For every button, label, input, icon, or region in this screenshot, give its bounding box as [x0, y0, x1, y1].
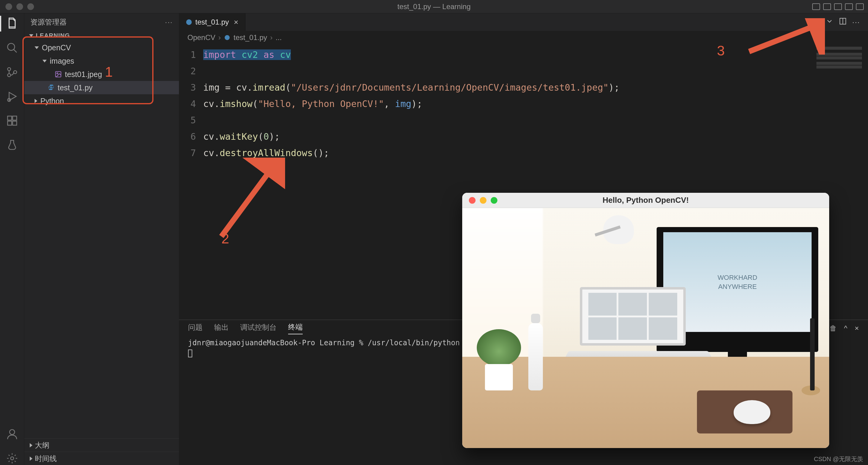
- line-number: 6: [179, 129, 196, 145]
- panel-actions: 🗑 ^ ×: [830, 324, 859, 333]
- svg-line-1: [14, 49, 17, 53]
- line-number: 2: [179, 63, 196, 79]
- image-file-icon: [55, 71, 62, 78]
- panel-tab-problems[interactable]: 问题: [188, 323, 203, 334]
- tok: cv: [236, 82, 247, 93]
- opencv-output-window[interactable]: Hello, Python OpenCV! WORKHARD ANYWHERE: [462, 193, 829, 448]
- traffic-max[interactable]: [491, 197, 497, 204]
- line-number: 3: [179, 79, 196, 96]
- svg-point-12: [11, 457, 14, 460]
- svg-rect-9: [8, 121, 11, 125]
- tok: cv: [203, 131, 214, 142]
- tok: cv: [203, 99, 214, 109]
- folder-opencv[interactable]: OpenCV: [24, 41, 179, 54]
- breadcrumb[interactable]: OpenCV › test_01.py › ...: [179, 31, 868, 44]
- watermark: CSDN @无限无羡: [814, 455, 863, 463]
- account-icon[interactable]: [5, 427, 19, 441]
- explorer-sidebar: 资源管理器 ··· LEARNING OpenCV images test01: [24, 13, 179, 465]
- timeline-section[interactable]: 时间线: [24, 452, 179, 465]
- editor-tabs: test_01.py × ···: [179, 13, 868, 31]
- testing-icon[interactable]: [5, 138, 19, 152]
- layout-icon[interactable]: [845, 3, 853, 10]
- editor-actions: ···: [812, 13, 868, 31]
- cv-window-title: Hello, Python OpenCV!: [602, 196, 689, 205]
- titlebar-layout-icons[interactable]: [812, 3, 868, 10]
- search-icon[interactable]: [5, 41, 19, 55]
- file-label: test01.jpeg: [65, 70, 102, 79]
- activity-bar: [0, 13, 24, 465]
- file-test01-py[interactable]: test_01.py: [24, 81, 179, 94]
- tab-close-icon[interactable]: ×: [234, 18, 238, 27]
- chevron-right-icon: [30, 457, 32, 461]
- chevron-up-icon[interactable]: ^: [844, 324, 847, 333]
- svg-marker-16: [814, 19, 818, 24]
- traffic-close[interactable]: [469, 197, 475, 204]
- tok: "Hello, Python OpenCV!": [258, 99, 384, 109]
- sidebar-bottom-sections: 大纲 时间线: [24, 438, 179, 465]
- outline-section[interactable]: 大纲: [24, 438, 179, 452]
- line-number: 7: [179, 145, 196, 161]
- svg-point-14: [57, 73, 58, 74]
- file-test01-jpeg[interactable]: test01.jpeg: [24, 68, 179, 81]
- folder-images[interactable]: images: [24, 54, 179, 68]
- svg-rect-10: [12, 121, 17, 125]
- run-dropdown-icon[interactable]: [826, 17, 833, 27]
- window-titlebar: test_01.py — Learning: [0, 0, 868, 13]
- python-file-icon: [47, 84, 55, 91]
- python-file-icon: [224, 34, 230, 41]
- run-debug-icon[interactable]: [5, 90, 19, 103]
- panel-tab-debug[interactable]: 调试控制台: [240, 323, 277, 334]
- source-control-icon[interactable]: [5, 65, 19, 79]
- line-number: 4: [179, 96, 196, 112]
- traffic-max[interactable]: [27, 3, 34, 10]
- breadcrumb-item[interactable]: test_01.py: [234, 33, 267, 42]
- tab-label: test_01.py: [195, 18, 229, 26]
- split-editor-icon[interactable]: [839, 17, 847, 27]
- cv-window-titlebar[interactable]: Hello, Python OpenCV!: [462, 193, 829, 208]
- file-label: test_01.py: [58, 84, 93, 92]
- python-file-icon: [186, 19, 192, 26]
- panel-tab-terminal[interactable]: 终端: [288, 322, 303, 334]
- monitor-text: ANYWHERE: [718, 283, 757, 291]
- line-number: 5: [179, 112, 196, 129]
- layout-customize-icon[interactable]: [856, 3, 864, 10]
- breadcrumb-item[interactable]: OpenCV: [187, 33, 215, 42]
- file-tree: OpenCV images test01.jpeg test_01.py Pyt…: [24, 40, 179, 108]
- workspace-section[interactable]: LEARNING: [24, 31, 179, 40]
- chevron-right-icon: [30, 443, 32, 447]
- svg-point-3: [8, 74, 11, 77]
- explorer-icon[interactable]: [5, 17, 19, 30]
- svg-rect-8: [12, 116, 17, 120]
- extensions-icon[interactable]: [5, 114, 19, 127]
- close-icon[interactable]: ×: [855, 324, 859, 333]
- layout-icon[interactable]: [823, 3, 831, 10]
- tok: cv: [203, 147, 214, 158]
- chevron-down-icon: [35, 46, 39, 49]
- cv-image-content: WORKHARD ANYWHERE: [462, 208, 829, 448]
- tab-test01-py[interactable]: test_01.py ×: [179, 13, 245, 31]
- traffic-close[interactable]: [5, 3, 12, 10]
- folder-label: Python: [40, 97, 64, 105]
- run-button[interactable]: [812, 17, 820, 27]
- tok: import: [203, 49, 236, 60]
- traffic-min[interactable]: [480, 197, 487, 204]
- tok: cv2: [241, 49, 258, 60]
- settings-gear-icon[interactable]: [5, 452, 19, 465]
- trash-icon[interactable]: 🗑: [830, 324, 837, 333]
- terminal-cursor: [188, 350, 192, 357]
- tok: 0: [264, 131, 269, 142]
- traffic-min[interactable]: [17, 3, 23, 10]
- breadcrumb-item[interactable]: ...: [276, 33, 282, 42]
- layout-icon[interactable]: [812, 3, 820, 10]
- chevron-right-icon: ›: [270, 33, 273, 42]
- panel-tab-output[interactable]: 输出: [214, 323, 229, 334]
- svg-point-4: [14, 71, 17, 74]
- mac-traffic-lights[interactable]: [0, 3, 34, 10]
- sidebar-more-icon[interactable]: ···: [165, 18, 173, 26]
- sidebar-header: 资源管理器 ···: [24, 13, 179, 31]
- cv-traffic-lights[interactable]: [462, 197, 497, 204]
- more-actions-icon[interactable]: ···: [852, 18, 860, 26]
- layout-icon[interactable]: [834, 3, 842, 10]
- folder-python[interactable]: Python: [24, 94, 179, 108]
- sidebar-title: 资源管理器: [30, 17, 67, 27]
